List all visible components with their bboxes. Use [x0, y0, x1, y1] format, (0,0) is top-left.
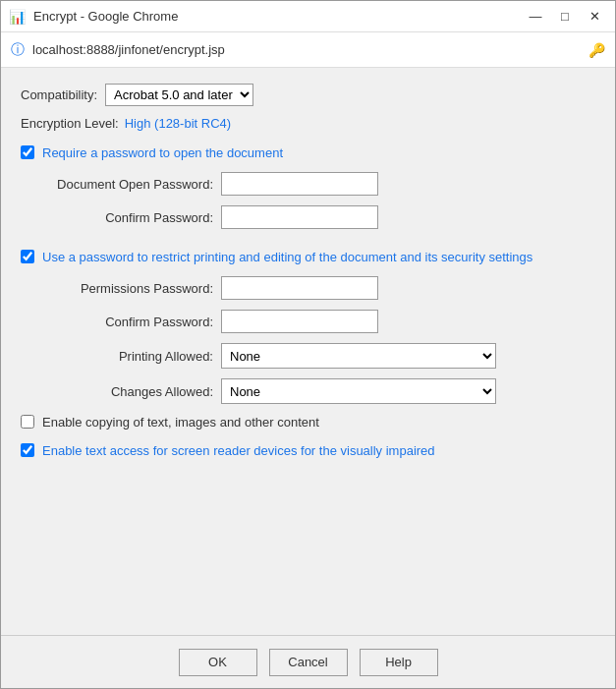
restrict-row: Use a password to restrict printing and … — [21, 249, 595, 266]
screen-reader-row: Enable text access for screen reader dev… — [21, 442, 595, 460]
address-bar: ⓘ localhost:8888/jinfonet/encrypt.jsp 🔑 — [1, 32, 615, 68]
screen-reader-label: Enable text access for screen reader dev… — [42, 442, 435, 460]
doc-open-password-label: Document Open Password: — [56, 177, 213, 192]
permissions-password-row: Permissions Password: — [56, 276, 595, 300]
permissions-password-label: Permissions Password: — [56, 281, 213, 296]
doc-open-password-row: Document Open Password: — [56, 172, 595, 196]
info-icon: ⓘ — [11, 41, 25, 59]
copy-checkbox[interactable] — [21, 415, 34, 429]
encryption-level-row: Encryption Level: High (128-bit RC4) — [21, 116, 595, 131]
compatibility-label: Compatibility: — [21, 87, 97, 102]
main-window: 📊 Encrypt - Google Chrome — □ ✕ ⓘ localh… — [0, 0, 616, 689]
compatibility-row: Compatibility: Acrobat 5.0 and later Acr… — [21, 84, 595, 106]
open-password-fields: Document Open Password: Confirm Password… — [56, 172, 595, 229]
footer: OK Cancel Help — [1, 635, 615, 688]
confirm-password-row-2: Confirm Password: — [56, 310, 595, 333]
copy-row: Enable copying of text, images and other… — [21, 414, 595, 431]
screen-reader-checkbox[interactable] — [21, 443, 34, 457]
open-password-label: Require a password to open the document — [42, 144, 283, 162]
minimize-button[interactable]: — — [523, 6, 548, 28]
printing-allowed-select[interactable]: None Low Resolution High Resolution — [221, 343, 496, 369]
encryption-level-value: High (128-bit RC4) — [125, 116, 231, 131]
encryption-level-label: Encryption Level: — [21, 116, 119, 131]
confirm-password-input-1[interactable] — [221, 205, 378, 229]
open-password-row: Require a password to open the document — [21, 144, 595, 162]
changes-allowed-row: Changes Allowed: None Inserting, deletin… — [56, 378, 595, 404]
confirm-password-label-2: Confirm Password: — [56, 315, 213, 329]
confirm-password-row-1: Confirm Password: — [56, 205, 595, 229]
confirm-password-input-2[interactable] — [221, 310, 378, 333]
restrict-label: Use a password to restrict printing and … — [42, 249, 532, 266]
close-button[interactable]: ✕ — [582, 6, 607, 28]
title-bar: 📊 Encrypt - Google Chrome — □ ✕ — [1, 1, 615, 32]
confirm-password-label-1: Confirm Password: — [56, 210, 213, 225]
chrome-icon: 📊 — [9, 9, 26, 25]
cancel-button[interactable]: Cancel — [269, 649, 348, 676]
maximize-button[interactable]: □ — [552, 6, 578, 28]
printing-allowed-row: Printing Allowed: None Low Resolution Hi… — [56, 343, 595, 369]
open-password-checkbox[interactable] — [21, 145, 34, 159]
window-controls: — □ ✕ — [523, 6, 607, 28]
content-area: Compatibility: Acrobat 5.0 and later Acr… — [1, 68, 615, 635]
changes-allowed-select[interactable]: None Inserting, deleting, and rotating p… — [221, 378, 496, 404]
ok-button[interactable]: OK — [179, 649, 257, 676]
key-icon: 🔑 — [588, 42, 605, 58]
window-title: Encrypt - Google Chrome — [33, 9, 515, 24]
section-divider-1 — [21, 241, 595, 249]
printing-allowed-label: Printing Allowed: — [56, 349, 213, 364]
copy-label: Enable copying of text, images and other… — [42, 414, 319, 431]
compatibility-select[interactable]: Acrobat 5.0 and later Acrobat 4.0 and la… — [105, 84, 253, 106]
permissions-password-input[interactable] — [221, 276, 378, 300]
restrict-checkbox[interactable] — [21, 250, 34, 263]
address-text: localhost:8888/jinfonet/encrypt.jsp — [32, 42, 581, 57]
doc-open-password-input[interactable] — [221, 172, 378, 196]
changes-allowed-label: Changes Allowed: — [56, 384, 213, 399]
permissions-group: Permissions Password: Confirm Password: … — [56, 276, 595, 404]
help-button[interactable]: Help — [360, 649, 438, 676]
